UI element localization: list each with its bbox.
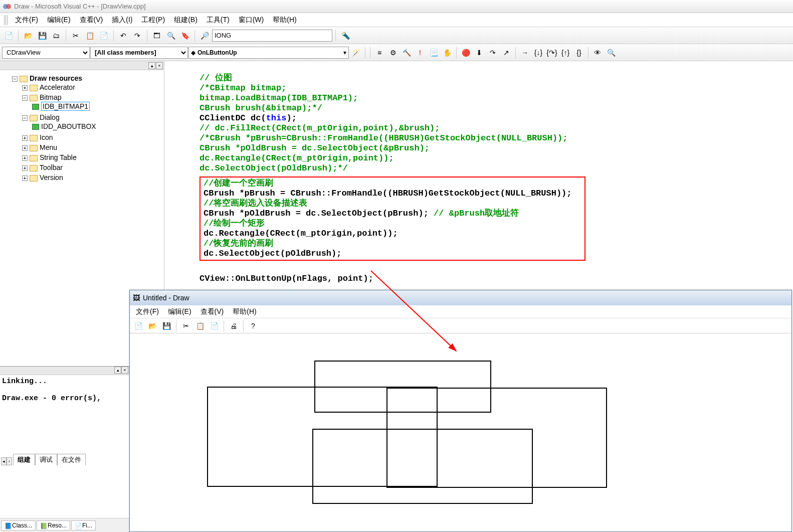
expand-icon[interactable]: + — [22, 175, 28, 181]
save-all-icon[interactable]: 🗂 — [50, 29, 63, 42]
output-tab-find[interactable]: 在文件 — [57, 454, 86, 465]
menu-help[interactable]: 帮助(H) — [269, 14, 300, 26]
child-about-icon[interactable]: ? — [247, 319, 260, 332]
child-menu-file[interactable]: 文件(F) — [132, 306, 163, 317]
tree-idd-aboutbox[interactable]: IDD_ABOUTBOX — [41, 122, 96, 130]
go-icon[interactable]: ✋ — [441, 46, 454, 59]
step-over-icon[interactable]: ↷ — [486, 46, 499, 59]
stop-build-icon[interactable]: ! — [414, 46, 427, 59]
child-save-icon[interactable]: 💾 — [160, 319, 173, 332]
output-nav-prev-icon[interactable]: ‹ — [7, 457, 12, 465]
panel-pin-icon[interactable]: ▴ — [148, 62, 155, 69]
menu-insert[interactable]: 插入(I) — [108, 14, 136, 26]
expand-icon[interactable]: − — [22, 115, 28, 121]
build-icon[interactable]: 🔨 — [400, 46, 413, 59]
expand-icon[interactable]: + — [22, 145, 28, 151]
tree-accelerator[interactable]: Accelerator — [40, 83, 75, 91]
child-menu-edit[interactable]: 编辑(E) — [164, 306, 195, 317]
folder-icon — [20, 76, 28, 82]
tree-dialog[interactable]: Dialog — [40, 113, 60, 121]
child-menu-view[interactable]: 查看(V) — [196, 306, 228, 317]
quickwatch-icon[interactable]: 🔍 — [605, 46, 618, 59]
wizard-icon[interactable]: 🪄 — [349, 46, 362, 59]
tree-bitmap[interactable]: Bitmap — [40, 93, 62, 101]
output-close-icon[interactable]: × — [121, 367, 128, 374]
layers-icon[interactable]: ≡ — [373, 46, 386, 59]
child-titlebar[interactable]: 🖼 Untitled - Draw — [130, 290, 791, 305]
tree-icon[interactable]: Icon — [40, 133, 53, 141]
compile-icon[interactable]: ⚙ — [386, 46, 400, 59]
output-tabs: 组建 调试 在文件 — [13, 454, 86, 465]
tree-toolbar[interactable]: Toolbar — [40, 163, 63, 171]
expand-icon[interactable]: + — [22, 85, 28, 91]
expand-icon[interactable]: + — [22, 155, 28, 161]
brace-step-icon[interactable]: {↓} — [532, 46, 545, 59]
tab-classview[interactable]: 📘Class... — [1, 520, 36, 530]
menu-view[interactable]: 查看(V) — [76, 14, 107, 26]
output-tab-build[interactable]: 组建 — [13, 454, 35, 465]
menu-window[interactable]: 窗口(W) — [235, 14, 268, 26]
output-tab-debug[interactable]: 调试 — [35, 454, 57, 465]
tab-fileview[interactable]: 📄Fi... — [71, 520, 96, 530]
output-nav-first-icon[interactable]: ◂ — [1, 457, 7, 465]
child-cut-icon[interactable]: ✂ — [179, 319, 192, 332]
main-toolbar: 📄 📂 💾 🗂 ✂ 📋 📄 ↶ ↷ 🗔 🔍 🔖 🔎 🔦 — [0, 27, 793, 44]
paste-icon[interactable]: 📄 — [97, 29, 110, 42]
breakpoint-icon[interactable]: 🔴 — [459, 46, 472, 59]
run-to-icon[interactable]: → — [518, 46, 531, 59]
find-icon[interactable]: 🔎 — [198, 29, 211, 42]
tree-idb-bitmap1[interactable]: IDB_BITMAP1 — [41, 102, 90, 111]
child-copy-icon[interactable]: 📋 — [193, 319, 207, 332]
expand-icon[interactable]: − — [12, 76, 18, 82]
cut-icon[interactable]: ✂ — [69, 29, 82, 42]
class-combo[interactable]: CDrawView — [2, 47, 90, 59]
search-go-icon[interactable]: 🔦 — [339, 29, 352, 42]
expand-icon[interactable]: + — [22, 165, 28, 171]
menu-project[interactable]: 工程(P) — [137, 14, 169, 26]
save-icon[interactable]: 💾 — [36, 29, 49, 42]
copy-icon[interactable]: 📋 — [83, 29, 96, 42]
child-menu-help[interactable]: 帮助(H) — [229, 306, 260, 317]
function-combo[interactable]: ◆ OnLButtonUp ▾ — [188, 47, 349, 59]
members-combo[interactable]: [All class members] — [90, 47, 188, 59]
workspace-icon[interactable]: 🗔 — [150, 29, 163, 42]
dialog-icon — [32, 124, 39, 130]
child-app-window[interactable]: 🖼 Untitled - Draw 文件(F) 编辑(E) 查看(V) 帮助(H… — [129, 290, 792, 532]
find-input[interactable] — [212, 30, 332, 42]
find-files-icon[interactable]: 🔍 — [164, 29, 177, 42]
brace-over-icon[interactable]: {↷} — [545, 46, 558, 59]
child-paste-icon[interactable]: 📄 — [208, 319, 221, 332]
tab-resourceview[interactable]: 📗Reso... — [37, 520, 70, 530]
tree-root[interactable]: Draw resources — [30, 74, 82, 82]
tree-string-table[interactable]: String Table — [40, 153, 77, 161]
brace-run-icon[interactable]: {} — [572, 46, 585, 59]
expand-icon[interactable]: − — [22, 95, 28, 101]
expand-icon[interactable]: + — [22, 135, 28, 141]
child-new-icon[interactable]: 📄 — [132, 319, 145, 332]
step-out-icon[interactable]: ↗ — [500, 46, 513, 59]
step-icon[interactable]: ⬇ — [473, 46, 486, 59]
menubar-grip[interactable] — [4, 15, 8, 25]
menu-edit[interactable]: 编辑(E) — [43, 14, 75, 26]
menu-build[interactable]: 组建(B) — [170, 14, 202, 26]
tree-version[interactable]: Version — [40, 173, 63, 182]
execute-icon[interactable]: 📃 — [427, 46, 440, 59]
child-open-icon[interactable]: 📂 — [146, 319, 159, 332]
brace-out-icon[interactable]: {↑} — [559, 46, 572, 59]
output-pin-icon[interactable]: ▴ — [114, 367, 121, 374]
open-icon[interactable]: 📂 — [22, 29, 35, 42]
bitmap-icon — [32, 104, 39, 110]
undo-icon[interactable]: ↶ — [117, 29, 130, 42]
new-file-icon[interactable]: 📄 — [2, 29, 15, 42]
redo-icon[interactable]: ↷ — [131, 29, 144, 42]
child-canvas[interactable] — [130, 333, 791, 531]
panel-close-icon[interactable]: × — [156, 62, 163, 69]
app-icon — [3, 3, 11, 11]
menu-file[interactable]: 文件(F) — [11, 14, 42, 26]
menu-tools[interactable]: 工具(T) — [203, 14, 234, 26]
watch-icon[interactable]: 👁 — [591, 46, 604, 59]
drawn-rect — [312, 429, 533, 504]
child-print-icon[interactable]: 🖨 — [227, 319, 240, 332]
tree-menu[interactable]: Menu — [40, 143, 57, 151]
bookmark-icon[interactable]: 🔖 — [178, 29, 191, 42]
